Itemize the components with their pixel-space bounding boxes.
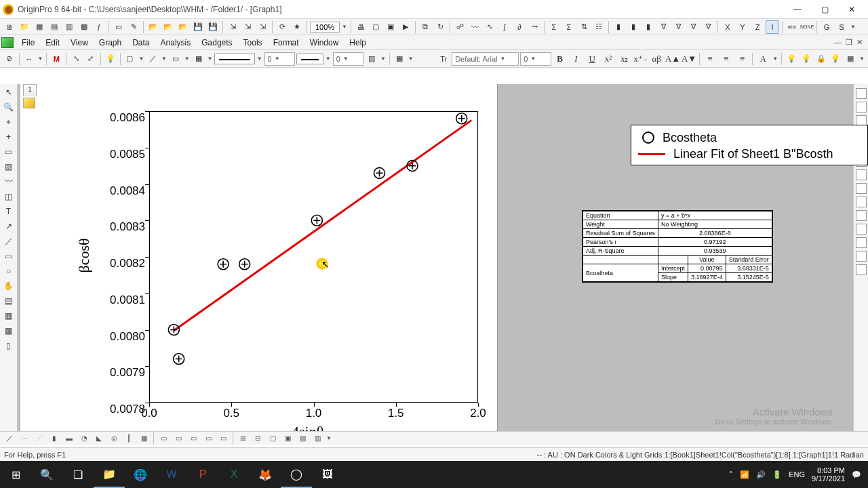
right-tool-14-icon[interactable]	[856, 264, 867, 275]
decrease-font-button[interactable]: A▼	[682, 52, 696, 66]
menu-help[interactable]: Help	[344, 36, 372, 49]
new-layout-icon[interactable]: ▭	[112, 20, 125, 34]
line-tool-icon[interactable]: ／	[2, 235, 16, 248]
layer-tab[interactable]: 1	[23, 84, 37, 96]
cursor-axis-icon[interactable]: I	[766, 20, 779, 34]
line-color-icon[interactable]: ／	[146, 52, 159, 66]
misc1-tool-icon[interactable]: ▤	[2, 294, 16, 308]
linestyle-dd-icon[interactable]: ▼	[256, 56, 263, 62]
hatch-icon[interactable]: ▨	[365, 52, 378, 66]
border-icon[interactable]: ▭	[169, 52, 182, 66]
search-icon[interactable]: 🔍	[31, 461, 62, 488]
new-matrix-icon[interactable]: ▩	[77, 20, 91, 34]
misc4-tool-icon[interactable]: ▯	[2, 339, 16, 352]
plot-scatter-icon[interactable]: ⋯	[18, 433, 31, 444]
lightbulb3-icon[interactable]: 💡	[829, 52, 842, 66]
misc3-tool-icon[interactable]: ▩	[2, 324, 16, 338]
plot-area[interactable]: 0.00860.00850.00840.00830.00820.00810.00…	[149, 111, 478, 403]
open-excel-icon[interactable]: 📂	[176, 20, 190, 34]
powerpoint-icon[interactable]: P	[187, 461, 218, 488]
layer3-icon[interactable]: ▤	[296, 433, 309, 444]
plot-bar-icon[interactable]: ▬	[62, 433, 76, 444]
graph-window[interactable]: 1 βcosθ 4sinθ 0.00860.00850.00840.00830.…	[20, 84, 498, 431]
layer-dd-icon[interactable]: ▼	[326, 435, 332, 441]
underline-button[interactable]: U	[585, 52, 599, 66]
line-style-combo[interactable]	[214, 54, 254, 64]
filter3-icon[interactable]: ∇	[686, 20, 700, 34]
mdi-canvas[interactable]: 1 βcosθ 4sinθ 0.00860.00850.00840.00830.…	[18, 84, 853, 431]
slide2-icon[interactable]: ▣	[384, 20, 397, 34]
table-icon[interactable]: ▦	[393, 52, 406, 66]
tray-battery-icon[interactable]: 🔋	[772, 470, 782, 479]
italic-button[interactable]: I	[569, 52, 584, 66]
menu-edit[interactable]: Edit	[40, 36, 65, 49]
edge-icon[interactable]: 🌐	[125, 461, 156, 488]
save-template-icon[interactable]: 💾	[206, 20, 220, 34]
menu-format[interactable]: Format	[268, 36, 304, 49]
layer4-icon[interactable]: ▥	[311, 433, 324, 444]
y-axis-label[interactable]: βcosθ	[75, 238, 93, 272]
freq-icon[interactable]: ☷	[592, 20, 606, 34]
fontcolor-dd-icon[interactable]: ▼	[772, 56, 778, 62]
right-tool-11-icon[interactable]	[856, 224, 867, 235]
template2-icon[interactable]: ▭	[172, 433, 185, 444]
font-name-combo[interactable]: Default: Arial▼	[452, 52, 519, 66]
mask-m-icon[interactable]: M	[50, 52, 63, 66]
align-center-button[interactable]: ≡	[719, 52, 734, 66]
region-tool-icon[interactable]: ▭	[2, 145, 16, 159]
roi-tool-icon[interactable]: ◫	[2, 190, 16, 203]
firefox-icon[interactable]: 🦊	[250, 461, 281, 488]
plot-contour-icon[interactable]: ▦	[137, 433, 151, 444]
new-folder-icon[interactable]: 📁	[18, 20, 31, 34]
abc-icon[interactable]: abc	[785, 20, 799, 34]
mdi-close-icon[interactable]: ✕	[856, 38, 863, 47]
symbol-size-combo[interactable]: 0▼	[333, 52, 364, 66]
tray-notifications-icon[interactable]: 💬	[852, 470, 861, 479]
menu-graph[interactable]: Graph	[94, 36, 127, 49]
project-explorer-icon[interactable]	[1, 37, 14, 48]
print-icon[interactable]: 🖶	[354, 20, 368, 34]
extract-icon[interactable]: ⊟	[251, 433, 264, 444]
text-tool-icon[interactable]: T	[2, 205, 16, 218]
subscript-button[interactable]: x₂	[617, 52, 632, 66]
new-project-icon[interactable]: 🗎	[3, 20, 16, 34]
menu-file[interactable]: File	[16, 36, 40, 49]
pattern-dd-icon[interactable]: ▼	[206, 56, 213, 62]
legend-box[interactable]: Bcostheta Linear Fit of Sheet1 B"Bcosth	[631, 125, 868, 165]
new-excel-icon[interactable]: ▤	[47, 20, 61, 34]
increase-font-button[interactable]: A▲	[665, 52, 680, 66]
none-icon[interactable]: NONE	[800, 20, 814, 34]
minimize-button[interactable]: —	[784, 3, 811, 16]
line-preview[interactable]	[296, 54, 323, 64]
recalc-icon[interactable]: ★	[290, 20, 304, 34]
new-graph-icon[interactable]: ▥	[62, 20, 76, 34]
border-dd-icon[interactable]: ▼	[184, 56, 191, 62]
filter1-icon[interactable]: ∇	[656, 20, 670, 34]
right-tool-1-icon[interactable]	[856, 88, 867, 99]
import-multi-icon[interactable]: ⇲	[256, 20, 269, 34]
s-dropdown-icon[interactable]: ▼	[850, 24, 856, 30]
duplicate-icon[interactable]: ⧉	[418, 20, 432, 34]
palette-dd-icon[interactable]: ▼	[859, 56, 865, 62]
plot-area-icon[interactable]: ◣	[92, 433, 106, 444]
save-icon[interactable]: 💾	[191, 20, 205, 34]
open-icon[interactable]: 📂	[146, 20, 160, 34]
scale-in-icon[interactable]: ⤡	[69, 52, 83, 66]
word-icon[interactable]: W	[156, 461, 187, 488]
superscript-button[interactable]: x²	[601, 52, 616, 66]
hatch-dd-icon[interactable]: ▼	[380, 56, 387, 62]
zoom-dropdown-icon[interactable]: ▼	[341, 24, 348, 30]
stats-row-icon[interactable]: Σ	[562, 20, 576, 34]
layer2-icon[interactable]: ▣	[281, 433, 294, 444]
misc2-tool-icon[interactable]: ▦	[2, 309, 16, 323]
linepv-dd-icon[interactable]: ▼	[325, 56, 332, 62]
windows-taskbar[interactable]: ⊞ 🔍 ❏ 📁 🌐 W P X 🦊 ◯ 🖼 ˄ 📶 🔊 🔋 ENG 8:03 P…	[0, 461, 868, 488]
linec-dd-icon[interactable]: ▼	[161, 56, 167, 62]
supersub-button[interactable]: x⁺₋	[633, 52, 648, 66]
notes-icon[interactable]: ✎	[127, 20, 140, 34]
anova-icon[interactable]: ☍	[453, 20, 467, 34]
scale-out-icon[interactable]: ⤢	[84, 52, 98, 66]
mdi-minimize-icon[interactable]: —	[834, 38, 842, 47]
rect-tool-icon[interactable]: ▭	[2, 249, 16, 263]
excel-icon[interactable]: X	[218, 461, 250, 488]
